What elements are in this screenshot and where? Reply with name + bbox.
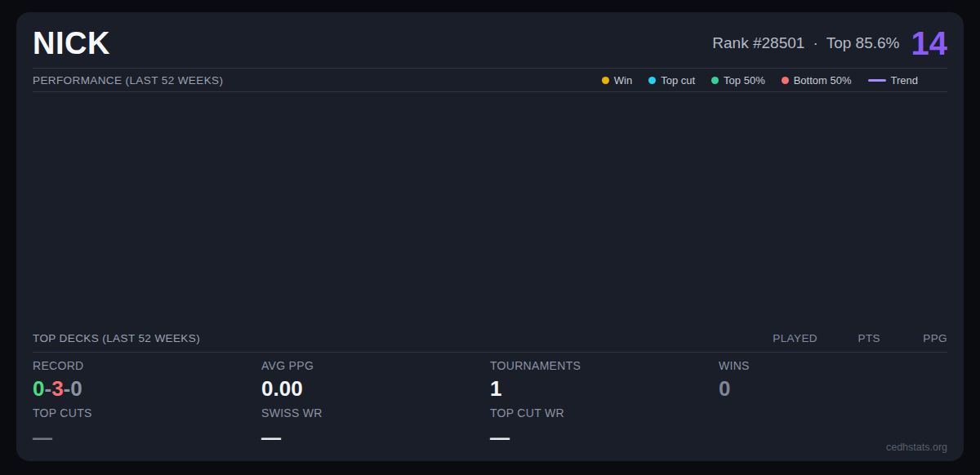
avg-ppg-value: 0.00: [261, 375, 490, 402]
stats-grid: RECORD 0-3-0 TOP CUTS — AVG PPG 0.00 SWI…: [33, 353, 947, 448]
top-cut-dot-icon: [648, 77, 656, 84]
column-header-pts: PTS: [817, 332, 880, 344]
chart-legend: Win Top cut Top 50% Bottom 50% Trend: [602, 74, 947, 87]
bottom-50-dot-icon: [782, 77, 789, 84]
score-value: 14: [911, 27, 948, 60]
record-separator: -: [44, 376, 51, 401]
swiss-wr-value: —: [261, 427, 490, 448]
record-separator: -: [64, 376, 71, 401]
record-losses: 3: [51, 376, 63, 401]
top-decks-columns: PLAYED PTS PPG: [744, 332, 947, 344]
legend-item-bottom-50: Bottom 50%: [782, 74, 852, 87]
win-dot-icon: [602, 77, 609, 84]
record-label: RECORD: [33, 359, 261, 373]
legend-label: Bottom 50%: [794, 74, 852, 87]
tournaments-value: 1: [490, 375, 719, 402]
card-header: NICK Rank #28501 · Top 85.6% 14: [33, 12, 947, 69]
header-right: Rank #28501 · Top 85.6% 14: [712, 27, 947, 60]
top-cuts-value: —: [33, 427, 261, 448]
record-value: 0-3-0: [33, 375, 261, 402]
legend-item-top-cut: Top cut: [648, 74, 695, 87]
player-stats-card: NICK Rank #28501 · Top 85.6% 14 PERFORMA…: [16, 12, 964, 461]
legend-item-trend: Trend: [868, 74, 918, 87]
rank-separator: ·: [813, 34, 817, 52]
stat-cell-record: RECORD 0-3-0 TOP CUTS —: [33, 359, 261, 448]
column-header-played: PLAYED: [744, 332, 817, 344]
record-wins: 0: [33, 376, 44, 401]
tournaments-label: TOURNAMENTS: [490, 359, 719, 373]
rank-line: Rank #28501 · Top 85.6%: [712, 34, 899, 52]
top-50-dot-icon: [711, 77, 719, 84]
top-decks-title: TOP DECKS (LAST 52 WEEKS): [33, 332, 200, 344]
legend-label: Trend: [891, 74, 918, 87]
legend-label: Win: [614, 74, 632, 87]
top-percent-text: Top 85.6%: [826, 34, 900, 52]
top-decks-section-header: TOP DECKS (LAST 52 WEEKS) PLAYED PTS PPG: [33, 325, 947, 353]
stat-cell-wins: WINS 0: [719, 359, 947, 448]
legend-label: Top cut: [661, 74, 695, 87]
performance-chart: [33, 92, 947, 325]
top-cut-wr-label: TOP CUT WR: [490, 406, 719, 420]
player-name: NICK: [33, 26, 110, 61]
column-header-ppg: PPG: [880, 332, 947, 344]
watermark: cedhstats.org: [886, 442, 947, 453]
wins-label: WINS: [719, 359, 947, 373]
performance-title: PERFORMANCE (LAST 52 WEEKS): [33, 74, 223, 87]
record-draws: 0: [70, 376, 82, 401]
stat-cell-tournaments: TOURNAMENTS 1 TOP CUT WR —: [490, 359, 719, 448]
legend-label: Top 50%: [724, 74, 765, 87]
performance-section-header: PERFORMANCE (LAST 52 WEEKS) Win Top cut …: [33, 69, 947, 92]
swiss-wr-label: SWISS WR: [261, 406, 490, 420]
avg-ppg-label: AVG PPG: [261, 359, 490, 373]
legend-item-top-50: Top 50%: [711, 74, 765, 87]
trend-line-icon: [868, 79, 886, 82]
top-cuts-label: TOP CUTS: [33, 406, 261, 420]
stat-cell-avg-ppg: AVG PPG 0.00 SWISS WR —: [261, 359, 490, 448]
legend-item-win: Win: [602, 74, 632, 87]
wins-value: 0: [719, 375, 947, 402]
top-cut-wr-value: —: [490, 427, 719, 448]
rank-text: Rank #28501: [712, 34, 804, 52]
